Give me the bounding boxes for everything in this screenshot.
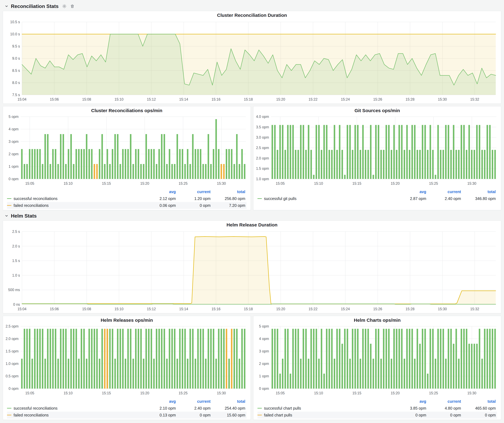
legend-value: 254.40 opm (212, 406, 246, 411)
svg-text:15:10: 15:10 (114, 97, 124, 101)
legend-value: 0 opm (177, 413, 212, 417)
legend-series-label[interactable]: successful reconciliations (7, 406, 142, 411)
svg-text:15:14: 15:14 (179, 307, 188, 311)
legend-value: 346.80 opm (462, 196, 497, 201)
svg-text:15:15: 15:15 (352, 391, 361, 395)
panel-title-helm-releases-ops[interactable]: Helm Releases ops/min (3, 316, 251, 324)
svg-text:15:20: 15:20 (140, 391, 149, 395)
svg-text:15:16: 15:16 (211, 307, 221, 311)
legend-header-row: avgcurrenttotal (258, 188, 497, 195)
legend-header-avg[interactable]: avg (393, 399, 427, 404)
svg-text:15:04: 15:04 (18, 307, 26, 311)
svg-text:15:10: 15:10 (114, 307, 124, 311)
chevron-down-icon[interactable] (5, 214, 8, 218)
legend-value: 256.80 opm (212, 196, 246, 201)
legend-series-label[interactable]: successful git pulls (258, 196, 393, 201)
legend-git-sources: avgcurrenttotalsuccessful git pulls2.87 … (253, 188, 501, 203)
legend-header-total[interactable]: total (212, 399, 246, 404)
legend-header-total[interactable]: total (462, 189, 497, 194)
svg-text:15:10: 15:10 (314, 391, 323, 395)
svg-text:1.5 opm: 1.5 opm (6, 349, 18, 353)
legend-header-current[interactable]: current (177, 189, 212, 194)
svg-text:15:20: 15:20 (276, 97, 285, 101)
panel-title-helm-charts-ops[interactable]: Helm Charts ops/min (253, 316, 501, 324)
chart-helm-release-duration[interactable]: 15:0415:0615:0815:1015:1215:1415:1615:18… (6, 229, 498, 313)
chart-git-sources-ops[interactable]: 15:0515:1015:1515:2015:2515:301.0 opm1.5… (256, 115, 498, 188)
svg-text:15:05: 15:05 (276, 391, 285, 395)
panel-cluster-reconciliation-duration: Cluster Reconciliation Duration 15:0415:… (3, 11, 501, 104)
legend-value: 0.13 opm (142, 413, 177, 417)
legend-header-total[interactable]: total (462, 399, 497, 404)
svg-text:15:08: 15:08 (82, 307, 91, 311)
chart-cluster-reconciliations-ops[interactable]: 15:0515:1015:1515:2015:2515:300 opm1 opm… (6, 115, 248, 188)
legend-series-label[interactable]: failed reconciliations (7, 413, 142, 417)
svg-text:15:16: 15:16 (211, 97, 221, 101)
legend-value: 465.60 opm (462, 406, 497, 411)
svg-text:15:06: 15:06 (50, 307, 59, 311)
legend-series-label[interactable]: failed reconciliations (7, 203, 142, 208)
svg-text:15:20: 15:20 (140, 182, 149, 186)
svg-text:1.5 opm: 1.5 opm (256, 166, 269, 170)
legend-value: 0 opm (462, 413, 497, 417)
svg-text:9.5 s: 9.5 s (12, 44, 20, 48)
panel-title-cluster-reconciliation-duration[interactable]: Cluster Reconciliation Duration (3, 11, 501, 19)
svg-text:15:08: 15:08 (82, 97, 91, 101)
legend-series-label[interactable]: successful reconciliations (7, 196, 142, 201)
gear-icon[interactable] (62, 4, 67, 9)
svg-text:2 opm: 2 opm (9, 152, 18, 156)
section-title-helm-stats[interactable]: Helm Stats (11, 213, 37, 219)
svg-text:15:18: 15:18 (244, 307, 253, 311)
legend-helm-charts: avgcurrenttotalsuccessful chart pulls3.8… (253, 398, 501, 420)
legend-cluster-reconciliations: avgcurrenttotalsuccessful reconciliation… (3, 188, 251, 210)
legend-row: successful reconciliations2.10 opm2.40 o… (7, 405, 246, 412)
svg-text:15:05: 15:05 (25, 182, 34, 186)
chevron-down-icon[interactable] (5, 4, 8, 8)
svg-text:15:04: 15:04 (18, 97, 26, 101)
panel-title-git-sources-ops[interactable]: Git Sources ops/min (253, 106, 501, 115)
legend-header-avg[interactable]: avg (142, 399, 177, 404)
svg-text:4 opm: 4 opm (9, 127, 18, 131)
chart-cluster-reconciliation-duration[interactable]: 15:0415:0615:0815:1015:1215:1415:1615:18… (6, 19, 498, 104)
panel-title-cluster-reconciliations-ops[interactable]: Cluster Reconciliations ops/min (3, 106, 251, 115)
section-title-reconciliation-stats[interactable]: Reconciliation Stats (11, 3, 59, 9)
svg-text:15:22: 15:22 (309, 97, 318, 101)
legend-row: successful git pulls2.87 opm2.40 opm346.… (258, 195, 497, 202)
legend-value: 0 opm (393, 413, 427, 417)
panel-helm-releases-ops: Helm Releases ops/min 15:0515:1015:1515:… (3, 316, 251, 420)
svg-text:15:15: 15:15 (352, 182, 361, 186)
legend-header-row: avgcurrenttotal (7, 188, 246, 195)
svg-text:15:20: 15:20 (390, 182, 400, 186)
svg-text:9.0 s: 9.0 s (12, 56, 20, 60)
panel-title-helm-release-duration[interactable]: Helm Release Duration (3, 221, 501, 229)
legend-series-label[interactable]: successful chart pulls (258, 406, 393, 411)
chart-helm-releases-ops[interactable]: 15:0515:1015:1515:2015:2515:300 opm0.5 o… (6, 324, 248, 398)
svg-text:0 opm: 0 opm (9, 387, 18, 391)
legend-header-total[interactable]: total (212, 189, 246, 194)
svg-text:5 opm: 5 opm (9, 115, 18, 119)
svg-text:3 opm: 3 opm (259, 349, 269, 353)
svg-text:15:05: 15:05 (25, 391, 34, 395)
legend-header-current[interactable]: current (177, 399, 212, 404)
svg-text:2 opm: 2 opm (259, 362, 269, 366)
svg-text:15:25: 15:25 (179, 182, 187, 186)
chart-helm-charts-ops[interactable]: 15:0515:1015:1515:2015:2515:300 opm1 opm… (256, 324, 498, 398)
legend-header-current[interactable]: current (427, 189, 462, 194)
legend-header-avg[interactable]: avg (142, 189, 177, 194)
series-color-dash-icon (7, 408, 11, 409)
trash-icon[interactable] (70, 4, 74, 8)
legend-row: failed chart pulls0 opm0 opm0 opm (258, 412, 497, 418)
legend-header-row: avgcurrenttotal (258, 398, 497, 405)
legend-header-avg[interactable]: avg (393, 189, 427, 194)
row-reconciliation-ops: Cluster Reconciliations ops/min 15:0515:… (3, 106, 501, 210)
legend-header-current[interactable]: current (427, 399, 462, 404)
legend-value: 1.20 opm (177, 196, 212, 201)
svg-text:15:26: 15:26 (373, 307, 382, 311)
series-color-dash-icon (7, 415, 11, 415)
svg-text:15:32: 15:32 (470, 307, 479, 311)
svg-text:0.5 opm: 0.5 opm (6, 374, 18, 378)
legend-series-label[interactable]: failed chart pulls (258, 413, 393, 417)
legend-row: successful chart pulls3.85 opm4.80 opm46… (258, 405, 497, 412)
legend-row: failed reconciliations0.06 opm0 opm7.20 … (7, 202, 246, 209)
svg-text:8.5 s: 8.5 s (12, 69, 20, 73)
svg-text:5 opm: 5 opm (259, 324, 269, 328)
